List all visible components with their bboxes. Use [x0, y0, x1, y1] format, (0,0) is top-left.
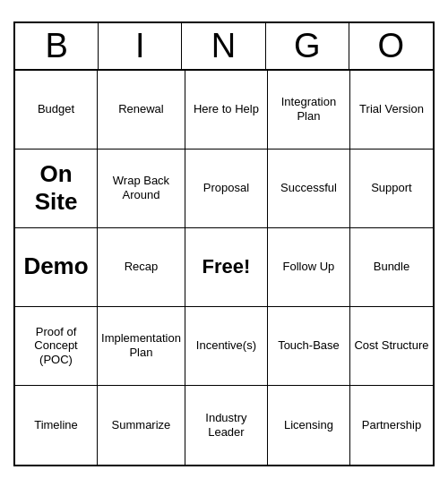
bingo-cell: Incentive(s)	[185, 307, 268, 386]
bingo-letter: G	[266, 23, 349, 69]
bingo-cell: Implementation Plan	[98, 307, 185, 386]
bingo-cell: Renewal	[98, 71, 185, 150]
bingo-cell: Timeline	[15, 386, 98, 465]
bingo-cell: Wrap Back Around	[98, 150, 185, 228]
bingo-cell: Cost Structure	[350, 307, 433, 386]
bingo-letter: I	[99, 23, 182, 69]
bingo-cell: Trial Version	[350, 71, 433, 150]
bingo-grid: BudgetRenewalHere to HelpIntegration Pla…	[15, 71, 433, 465]
bingo-header: BINGO	[15, 23, 433, 71]
bingo-cell: Proposal	[185, 150, 268, 228]
free-space-cell: Free!	[185, 228, 268, 307]
bingo-cell: Licensing	[268, 386, 350, 465]
bingo-cell: Demo	[15, 228, 98, 307]
bingo-cell: Budget	[15, 71, 98, 150]
bingo-cell: Bundle	[350, 228, 433, 307]
bingo-cell: Recap	[98, 228, 185, 307]
bingo-letter: O	[349, 23, 433, 69]
bingo-cell: Follow Up	[268, 228, 350, 307]
bingo-cell: Touch-Base	[268, 307, 350, 386]
bingo-letter: N	[182, 23, 265, 69]
bingo-cell: Industry Leader	[185, 386, 268, 465]
bingo-cell: Here to Help	[185, 71, 268, 150]
bingo-cell: Proof of Concept (POC)	[15, 307, 98, 386]
bingo-cell: Support	[350, 150, 433, 228]
bingo-cell: Summarize	[98, 386, 185, 465]
bingo-card: BINGO BudgetRenewalHere to HelpIntegrati…	[13, 21, 435, 466]
bingo-cell: Integration Plan	[268, 71, 350, 150]
bingo-cell: Partnership	[350, 386, 433, 465]
bingo-letter: B	[15, 23, 99, 69]
bingo-cell: On Site	[15, 150, 98, 228]
bingo-cell: Successful	[268, 150, 350, 228]
